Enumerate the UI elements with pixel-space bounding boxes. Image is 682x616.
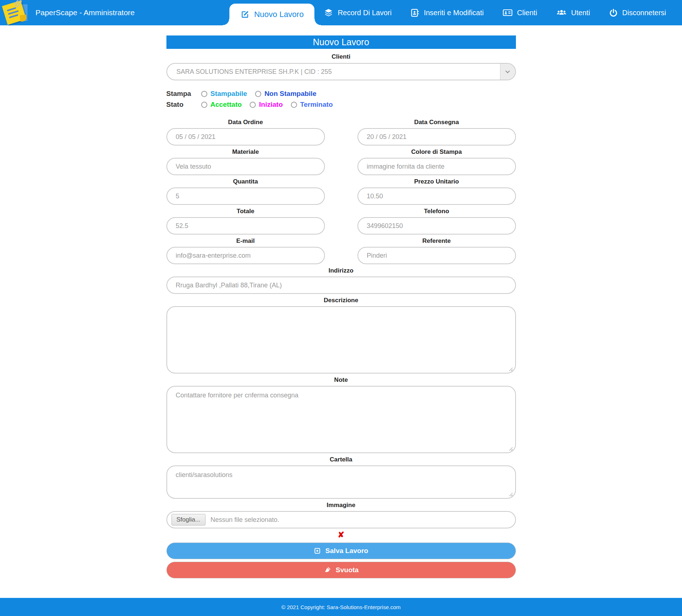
broom-icon: [323, 566, 331, 574]
materiale-input[interactable]: [166, 158, 325, 175]
svuota-button[interactable]: Svuota: [166, 562, 516, 578]
button-label: Salva Lavoro: [325, 547, 368, 555]
field-label: Telefono: [357, 208, 516, 215]
radio-label: Accettato: [211, 101, 242, 109]
tab-disconnetersi[interactable]: Disconnetersi: [600, 0, 675, 25]
tab-record-di-lavori[interactable]: Record Di Lavori: [314, 0, 401, 25]
cartella-textarea[interactable]: clienti/sarasolutions: [166, 465, 516, 499]
radio-option-accettato[interactable]: Accettato: [201, 101, 242, 109]
app-footer: © 2021 Copyright: Sara-Solutions-Enterpr…: [0, 598, 682, 616]
paperclip-icon: [12, 0, 23, 12]
stato-radio-row: Stato Accettato Iniziato Terminato: [166, 99, 516, 110]
radio-option-iniziato[interactable]: Iniziato: [250, 101, 283, 109]
field-label: Totale: [166, 208, 325, 215]
radio-circle: [291, 102, 297, 108]
field-label: E-mail: [166, 237, 325, 245]
field-label: Data Ordine: [166, 119, 325, 126]
field-data-consegna: Data Consegna: [357, 119, 516, 145]
remove-image-row: ✘: [166, 530, 516, 540]
stampa-group-label: Stampa: [166, 90, 201, 98]
field-label: Referente: [357, 237, 516, 245]
field-label: Materiale: [166, 148, 325, 156]
tab-label: Utenti: [571, 9, 590, 17]
field-label: Prezzo Unitario: [357, 178, 516, 185]
field-grid: Data Ordine Data Consegna Materiale Colo…: [166, 119, 516, 264]
immagine-file-input[interactable]: Sfoglia... Nessun file selezionato.: [166, 511, 516, 528]
prezzo-unitario-input[interactable]: [357, 187, 516, 205]
tab-label: Nuovo Lavoro: [254, 10, 304, 19]
field-totale: Totale: [166, 208, 325, 235]
tab-utenti[interactable]: Utenti: [547, 0, 600, 25]
tab-clienti[interactable]: Clienti: [493, 0, 547, 25]
referente-input[interactable]: [357, 247, 516, 264]
field-label: Immagine: [166, 502, 516, 509]
salva-lavoro-button[interactable]: Salva Lavoro: [166, 543, 516, 559]
clienti-select[interactable]: SARA SOLUTIONS ENTERPRISE SH.P.K | CID :…: [166, 63, 516, 80]
radio-option-terminato[interactable]: Terminato: [291, 101, 333, 109]
radio-circle: [201, 91, 207, 97]
brand: PaperScape - Amministratore: [0, 0, 135, 25]
browse-button[interactable]: Sfoglia...: [171, 514, 206, 526]
field-indirizzo: Indirizzo: [166, 267, 516, 294]
edit-icon: [240, 10, 250, 19]
field-label: Indirizzo: [166, 267, 516, 274]
indirizzo-input[interactable]: [166, 277, 516, 294]
tab-label: Inseriti e Modificati: [424, 9, 484, 17]
data-ordine-input[interactable]: [166, 128, 325, 145]
radio-label: Non Stampabile: [264, 90, 317, 98]
radio-circle: [201, 102, 207, 108]
radio-label: Stampabile: [211, 90, 247, 98]
descrizione-textarea[interactable]: [166, 306, 516, 374]
users-icon: [556, 8, 567, 17]
field-label: Cartella: [166, 456, 516, 463]
form-title: Nuovo Lavoro: [166, 35, 516, 49]
note-textarea[interactable]: Contattare fornitore per cnferma consegn…: [166, 386, 516, 453]
app-logo: [3, 0, 32, 25]
app-title: PaperScape - Amministratore: [35, 8, 135, 17]
stampa-radio-row: Stampa Stampabile Non Stampabile: [166, 88, 516, 99]
field-label: Data Consegna: [357, 119, 516, 126]
telefono-input[interactable]: [357, 217, 516, 235]
nuovo-lavoro-form: Nuovo Lavoro Clienti SARA SOLUTIONS ENTE…: [166, 35, 516, 578]
tab-nuovo-lavoro[interactable]: Nuovo Lavoro: [229, 4, 314, 25]
radio-block: Stampa Stampabile Non Stampabile Stato A…: [166, 88, 516, 110]
field-quantita: Quantita: [166, 178, 325, 205]
field-referente: Referente: [357, 237, 516, 264]
field-descrizione: Descrizione: [166, 297, 516, 374]
field-telefono: Telefono: [357, 208, 516, 235]
clienti-select-wrap: SARA SOLUTIONS ENTERPRISE SH.P.K | CID :…: [166, 63, 516, 80]
main-content: Nuovo Lavoro Clienti SARA SOLUTIONS ENTE…: [0, 25, 682, 598]
radio-label: Iniziato: [259, 101, 283, 109]
tab-label: Clienti: [517, 9, 537, 17]
field-label: Descrizione: [166, 297, 516, 304]
radio-circle: [255, 91, 261, 97]
field-data-ordine: Data Ordine: [166, 119, 325, 145]
data-consegna-input[interactable]: [357, 128, 516, 145]
totale-input[interactable]: [166, 217, 325, 235]
field-label: Quantita: [166, 178, 325, 185]
field-label: Note: [166, 376, 516, 384]
radio-label: Terminato: [300, 101, 333, 109]
field-email: E-mail: [166, 237, 325, 264]
file-status-text: Nessun file selezionato.: [211, 516, 279, 524]
radio-option-non-stampabile[interactable]: Non Stampabile: [255, 90, 317, 98]
main-nav: Nuovo Lavoro Record Di Lavori Inseriti e…: [229, 0, 682, 25]
id-card-icon: [503, 8, 513, 17]
tab-curve: [314, 19, 321, 25]
copyright-text: © 2021 Copyright: Sara-Solutions-Enterpr…: [281, 604, 401, 610]
radio-option-stampabile[interactable]: Stampabile: [201, 90, 247, 98]
stato-group-label: Stato: [166, 101, 201, 109]
remove-x-icon[interactable]: ✘: [338, 530, 344, 539]
email-input[interactable]: [166, 247, 325, 264]
colore-di-stampa-input[interactable]: [357, 158, 516, 175]
tab-label: Record Di Lavori: [338, 9, 391, 17]
tab-inseriti-e-modificati[interactable]: Inseriti e Modificati: [401, 0, 493, 25]
quantita-input[interactable]: [166, 187, 325, 205]
radio-circle: [250, 102, 256, 108]
field-prezzo-unitario: Prezzo Unitario: [357, 178, 516, 205]
clienti-label: Clienti: [166, 53, 516, 60]
power-icon: [609, 8, 618, 17]
field-immagine: Immagine Sfoglia... Nessun file selezion…: [166, 502, 516, 528]
field-cartella: Cartella clienti/sarasolutions: [166, 456, 516, 499]
field-note: Note Contattare fornitore per cnferma co…: [166, 376, 516, 453]
